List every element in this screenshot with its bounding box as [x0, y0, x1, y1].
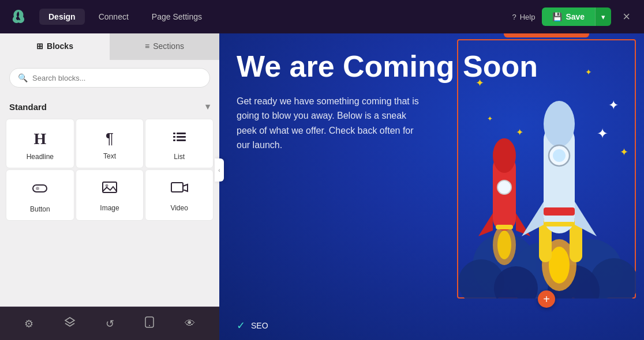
tab-sections[interactable]: ≡ Sections: [110, 33, 219, 60]
canvas-area[interactable]: We are Coming Soon Get ready we have som…: [219, 33, 644, 340]
list-icon: [172, 130, 187, 148]
mobile-preview-icon-button[interactable]: [140, 314, 159, 333]
help-button[interactable]: ? Help: [512, 13, 535, 21]
history-icon-button[interactable]: ↺: [101, 315, 119, 333]
block-text[interactable]: ¶ Text: [76, 119, 144, 168]
block-button[interactable]: Button: [6, 169, 74, 221]
panel-tabs: ⊞ Blocks ≡ Sections: [0, 33, 219, 60]
main-area: ⊞ Blocks ≡ Sections 🔍 Standard ▾ H: [0, 33, 644, 340]
svg-text:✦: ✦: [597, 126, 608, 141]
svg-rect-1: [177, 133, 186, 134]
rocket-section-selected[interactable]: ⚙ 🗑 ✦: [457, 39, 636, 299]
search-icon: 🔍: [18, 73, 28, 82]
search-area: 🔍: [0, 60, 219, 96]
section-label: Standard ▾: [0, 96, 219, 118]
svg-point-34: [497, 180, 511, 194]
search-input[interactable]: [32, 74, 201, 82]
blocks-icon: ⊞: [36, 41, 43, 51]
text-icon: ¶: [106, 130, 114, 148]
svg-marker-11: [65, 318, 74, 323]
svg-rect-35: [496, 225, 513, 229]
block-image[interactable]: Image: [76, 169, 144, 221]
save-button-main[interactable]: 💾 Save: [542, 7, 595, 26]
save-button-group: 💾 Save ▾: [542, 7, 611, 26]
nav-tab-connect[interactable]: Connect: [89, 9, 138, 25]
add-section-button[interactable]: +: [538, 290, 555, 308]
nav-tab-design[interactable]: Design: [39, 9, 85, 25]
seo-row: ✓ SEO: [237, 319, 268, 332]
svg-rect-6: [33, 185, 47, 192]
svg-rect-0: [173, 133, 175, 134]
svg-text:✦: ✦: [608, 98, 619, 112]
close-button[interactable]: ×: [618, 7, 635, 27]
tab-blocks[interactable]: ⊞ Blocks: [0, 33, 110, 60]
svg-point-33: [493, 138, 516, 173]
panel-collapse-handle[interactable]: ‹: [215, 158, 224, 182]
toolbar-move-button[interactable]: [508, 33, 523, 35]
chevron-down-icon: ▾: [601, 13, 605, 21]
bottom-toolbar: ⚙ ↺ 👁: [0, 307, 219, 340]
button-icon: [32, 180, 48, 201]
settings-icon-button[interactable]: ⚙: [20, 315, 38, 333]
search-input-wrap: 🔍: [9, 68, 210, 88]
svg-rect-2: [173, 136, 175, 138]
svg-rect-45: [544, 222, 575, 226]
save-dropdown-arrow[interactable]: ▾: [595, 7, 611, 26]
svg-point-31: [497, 231, 511, 259]
seo-label: SEO: [251, 321, 268, 330]
svg-rect-5: [177, 139, 186, 141]
toolbar-save-button[interactable]: [539, 33, 553, 35]
svg-rect-4: [173, 139, 175, 141]
nav-tab-page-settings[interactable]: Page Settings: [143, 9, 211, 25]
headline-icon: H: [33, 130, 46, 148]
svg-point-9: [105, 184, 108, 187]
section-toolbar: ⚙ 🗑: [504, 33, 589, 37]
sections-icon: ≡: [145, 41, 149, 51]
svg-rect-3: [177, 136, 186, 138]
toolbar-duplicate-button[interactable]: [555, 33, 569, 35]
canvas-body-text: Get ready we have something coming that …: [237, 94, 421, 153]
svg-point-7: [36, 187, 39, 190]
svg-point-43: [553, 149, 566, 162]
block-headline[interactable]: H Headline: [6, 119, 74, 168]
left-panel: ⊞ Blocks ≡ Sections 🔍 Standard ▾ H: [0, 33, 219, 340]
svg-text:✦: ✦: [585, 67, 592, 77]
nav-right: ? Help 💾 Save ▾ ×: [512, 7, 635, 27]
svg-point-37: [549, 247, 570, 284]
blocks-grid: H Headline ¶ Text: [0, 118, 219, 226]
svg-rect-44: [544, 207, 575, 216]
chevron-down-icon: ▾: [205, 101, 210, 112]
svg-text:✦: ✦: [516, 127, 523, 137]
block-list[interactable]: List: [145, 119, 214, 168]
svg-point-13: [149, 325, 150, 326]
svg-text:✦: ✦: [487, 115, 493, 123]
svg-point-41: [544, 101, 575, 147]
seo-check-icon: ✓: [237, 319, 245, 332]
help-circle-icon: ?: [512, 13, 516, 21]
logo-icon[interactable]: [9, 7, 28, 26]
layers-icon-button[interactable]: [59, 314, 80, 333]
rocket-illustration: ✦ ✦ ✦ ✦ ✦: [458, 40, 636, 299]
svg-text:✦: ✦: [475, 77, 484, 89]
preview-icon-button[interactable]: 👁: [180, 315, 200, 332]
image-icon: [102, 180, 118, 199]
svg-text:✦: ✦: [620, 146, 628, 158]
save-icon: 💾: [552, 12, 562, 21]
svg-rect-10: [171, 183, 183, 192]
video-icon: [171, 180, 188, 199]
block-video[interactable]: Video: [145, 169, 214, 221]
top-nav: Design Connect Page Settings ? Help 💾 Sa…: [0, 0, 644, 33]
toolbar-delete-button[interactable]: 🗑: [570, 33, 585, 34]
toolbar-settings-button[interactable]: ⚙: [525, 33, 538, 35]
nav-tabs: Design Connect Page Settings: [39, 9, 500, 25]
svg-rect-8: [103, 182, 117, 192]
